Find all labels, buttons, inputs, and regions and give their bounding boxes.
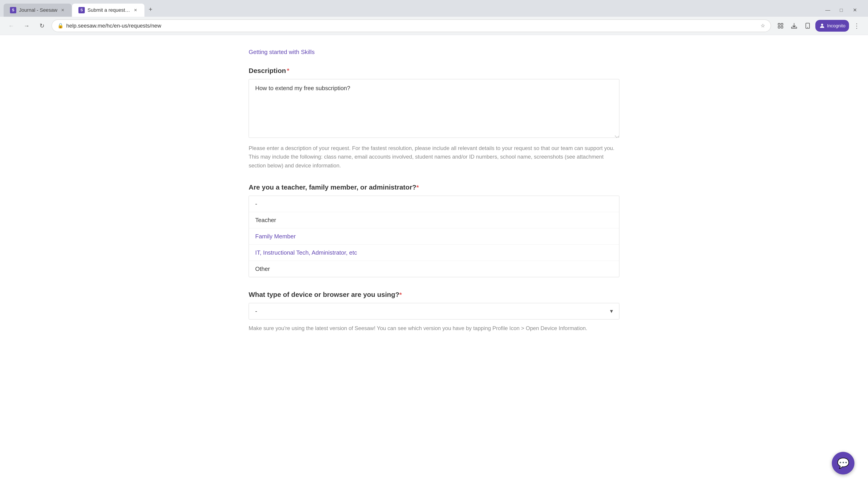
tab2-title: Submit a request – Seesaw He…	[88, 7, 130, 13]
more-options-button[interactable]: ⋮	[851, 20, 863, 32]
close-button[interactable]: ✕	[850, 5, 860, 15]
role-question: Are you a teacher, family member, or adm…	[249, 184, 619, 191]
device-select[interactable]: -	[249, 303, 619, 320]
back-button[interactable]: ←	[5, 20, 17, 32]
role-question-text: Are you a teacher, family member, or adm…	[249, 184, 416, 191]
tab2-favicon: S	[79, 7, 85, 13]
description-label-text: Description	[249, 67, 286, 74]
description-required-star: *	[287, 67, 289, 74]
device-question-text: What type of device or browser are you u…	[249, 291, 399, 298]
device-select-wrapper: - ▼	[249, 303, 619, 320]
device-question: What type of device or browser are you u…	[249, 291, 619, 298]
tab-submit-request[interactable]: S Submit a request – Seesaw He… ✕	[72, 4, 145, 17]
device-selected-value: -	[255, 308, 257, 315]
svg-rect-4	[792, 27, 797, 29]
incognito-badge[interactable]: Incognito	[815, 20, 849, 32]
device-toolbar-icon[interactable]	[802, 20, 813, 32]
minimize-button[interactable]: —	[823, 5, 833, 15]
description-section: Description* How to extend my free subsc…	[249, 67, 619, 170]
description-hint: Please enter a description of your reque…	[249, 144, 619, 170]
extensions-icon[interactable]	[775, 20, 786, 32]
url-bar[interactable]: 🔒 help.seesaw.me/hc/en-us/requests/new ☆	[52, 20, 771, 32]
svg-rect-1	[781, 24, 783, 25]
description-label: Description*	[249, 67, 619, 74]
lock-icon: 🔒	[57, 23, 64, 29]
svg-point-7	[821, 24, 823, 26]
svg-rect-2	[778, 26, 780, 28]
reload-button[interactable]: ↻	[36, 20, 48, 32]
new-tab-button[interactable]: +	[145, 4, 156, 15]
tab2-close-icon[interactable]: ✕	[133, 7, 138, 13]
role-dropdown[interactable]: - Teacher Family Member IT, Instructiona…	[249, 196, 619, 277]
description-textarea-wrapper: How to extend my free subscription? ⤡	[249, 79, 619, 139]
getting-started-link[interactable]: Getting started with Skills	[249, 48, 619, 56]
resize-handle-icon: ⤡	[614, 134, 618, 138]
role-option-family[interactable]: Family Member	[249, 228, 619, 245]
device-required-star: *	[399, 291, 402, 298]
forward-button[interactable]: →	[21, 20, 33, 32]
svg-rect-3	[781, 26, 783, 28]
browser-chrome: S Journal - Seesaw ✕ S Submit a request …	[0, 0, 868, 35]
url-text: help.seesaw.me/hc/en-us/requests/new	[66, 23, 758, 29]
page-content: Getting started with Skills Description*…	[230, 35, 638, 360]
role-required-star: *	[416, 184, 419, 191]
role-section: Are you a teacher, family member, or adm…	[249, 184, 619, 277]
maximize-button[interactable]: □	[836, 5, 846, 15]
tab1-close-icon[interactable]: ✕	[60, 7, 65, 13]
svg-rect-0	[778, 24, 780, 25]
incognito-label: Incognito	[827, 23, 845, 29]
window-controls: — □ ✕	[818, 5, 864, 15]
address-bar: ← → ↻ 🔒 help.seesaw.me/hc/en-us/requests…	[0, 17, 868, 35]
device-section: What type of device or browser are you u…	[249, 291, 619, 332]
role-option-teacher[interactable]: Teacher	[249, 212, 619, 228]
tab-journal[interactable]: S Journal - Seesaw ✕	[4, 4, 72, 17]
role-option-it-admin[interactable]: IT, Instructional Tech, Administrator, e…	[249, 245, 619, 261]
toolbar-icons: Incognito ⋮	[775, 20, 863, 32]
role-option-placeholder[interactable]: -	[249, 196, 619, 212]
tab1-title: Journal - Seesaw	[19, 7, 57, 13]
tab-list: S Journal - Seesaw ✕ S Submit a request …	[4, 4, 818, 17]
role-option-other[interactable]: Other	[249, 261, 619, 277]
bookmark-icon[interactable]: ☆	[761, 23, 765, 29]
device-hint: Make sure you're using the latest versio…	[249, 324, 619, 332]
description-textarea[interactable]: How to extend my free subscription?	[249, 79, 619, 138]
tab-bar: S Journal - Seesaw ✕ S Submit a request …	[0, 0, 868, 17]
tab1-favicon: S	[10, 7, 16, 13]
downloads-icon[interactable]	[788, 20, 800, 32]
